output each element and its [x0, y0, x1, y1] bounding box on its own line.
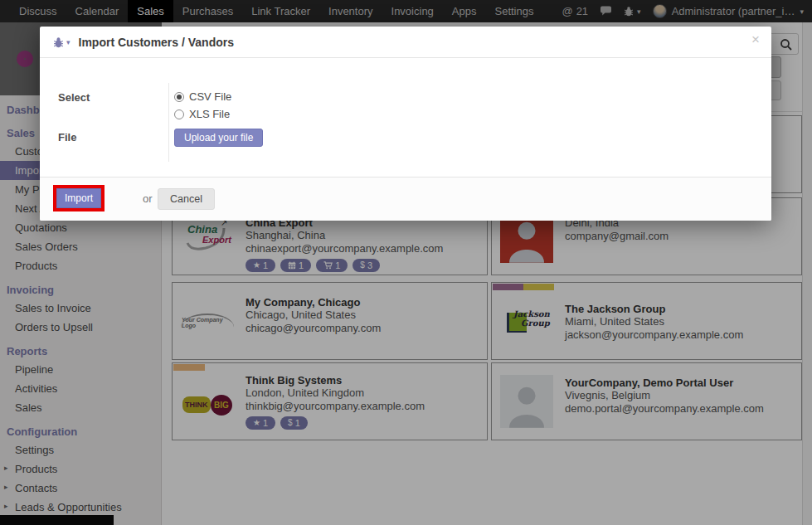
- or-text: or: [143, 192, 153, 205]
- dialog-header: ▾ Import Customers / Vandors ×: [40, 27, 771, 58]
- dialog-title: Import Customers / Vandors: [79, 36, 234, 49]
- bug-icon: [53, 36, 64, 48]
- close-icon[interactable]: ×: [751, 32, 760, 46]
- cancel-button[interactable]: Cancel: [158, 188, 215, 210]
- upload-file-button[interactable]: Upload your file: [174, 129, 263, 147]
- radio-label: CSV File: [189, 90, 231, 103]
- form-separator: [168, 83, 169, 162]
- import-button[interactable]: Import: [56, 188, 101, 208]
- csv-file-radio[interactable]: CSV File: [174, 90, 231, 103]
- app-window: Discuss Calendar Sales Purchases Link Tr…: [0, 0, 812, 525]
- radio-checked-icon: [174, 92, 184, 102]
- xls-file-radio[interactable]: XLS File: [174, 108, 230, 120]
- debug-menu[interactable]: ▾: [53, 36, 71, 48]
- import-dialog: ▾ Import Customers / Vandors × Select CS…: [40, 27, 771, 221]
- highlight-annotation: Import: [53, 185, 105, 211]
- select-label: Select: [58, 91, 90, 104]
- radio-unchecked-icon: [174, 109, 184, 119]
- file-label: File: [58, 131, 76, 143]
- dialog-body: Select CSV File XLS File File Upload you…: [40, 58, 771, 177]
- radio-label: XLS File: [189, 108, 230, 120]
- dialog-footer: Import or Cancel: [40, 177, 771, 221]
- chevron-down-icon: ▾: [66, 38, 71, 46]
